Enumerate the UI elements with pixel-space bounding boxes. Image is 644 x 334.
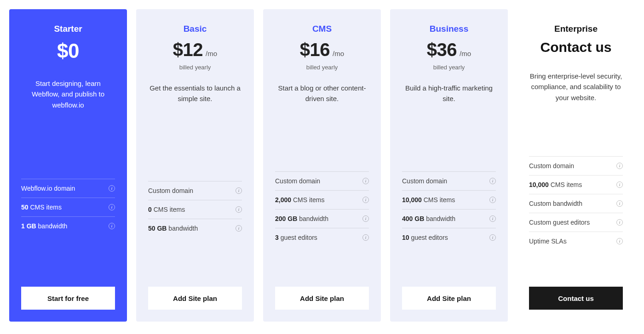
feature-item: Custom bandwidthi	[529, 194, 623, 213]
feature-item: 3 guest editorsi	[275, 228, 369, 247]
plan-header: Enterprise Contact us	[529, 24, 623, 59]
info-icon[interactable]: i	[489, 197, 496, 203]
info-icon[interactable]: i	[109, 185, 115, 192]
contact-us-button[interactable]: Contact us	[529, 287, 623, 310]
feature-item: Custom domaini	[402, 171, 496, 190]
info-icon[interactable]: i	[362, 215, 369, 222]
plan-basic: Basic $12 /mo billed yearly Get the esse…	[136, 9, 254, 322]
plan-enterprise: Enterprise Contact us Bring enterprise-l…	[517, 9, 635, 322]
feature-item: Custom guest editorsi	[529, 213, 623, 232]
plan-business: Business $36 /mo billed yearly Build a h…	[390, 9, 508, 322]
info-icon[interactable]: i	[616, 163, 623, 169]
info-icon[interactable]: i	[489, 178, 496, 184]
add-site-plan-button[interactable]: Add Site plan	[402, 287, 496, 310]
plan-description: Start a blog or other content-driven sit…	[275, 83, 369, 122]
plan-billing: billed yearly	[275, 64, 369, 71]
plan-per-month: /mo	[206, 50, 217, 57]
feature-list: Custom domaini 10,000 CMS itemsi 400 GB …	[402, 171, 496, 247]
feature-item: 2,000 CMS itemsi	[275, 190, 369, 209]
plan-header: CMS $16 /mo billed yearly	[275, 24, 369, 71]
plan-name: CMS	[275, 24, 369, 34]
feature-item: 0 CMS itemsi	[148, 200, 242, 219]
info-icon[interactable]: i	[109, 223, 115, 229]
plan-description: Get the essentials to launch a simple si…	[148, 83, 242, 122]
feature-item: 1 GB bandwidthi	[21, 216, 115, 235]
plan-description: Start designing, learn Webflow, and publ…	[21, 78, 115, 118]
feature-item: 10,000 CMS itemsi	[402, 190, 496, 209]
plans-row: Starter $0 Start designing, learn Webflo…	[9, 9, 635, 322]
plan-price: $36	[427, 40, 457, 60]
plan-name: Enterprise	[529, 24, 623, 34]
info-icon[interactable]: i	[616, 238, 623, 244]
feature-list: Webflow.io domaini 50 CMS itemsi 1 GB ba…	[21, 179, 115, 235]
plan-header: Basic $12 /mo billed yearly	[148, 24, 242, 71]
feature-item: 50 GB bandwidthi	[148, 219, 242, 238]
plan-per-month: /mo	[460, 50, 471, 57]
info-icon[interactable]: i	[362, 178, 369, 184]
info-icon[interactable]: i	[362, 197, 369, 203]
info-icon[interactable]: i	[489, 215, 496, 222]
plan-name: Business	[402, 24, 496, 34]
add-site-plan-button[interactable]: Add Site plan	[148, 287, 242, 310]
plan-contact-label: Contact us	[529, 40, 623, 55]
plan-billing: billed yearly	[148, 64, 242, 71]
plan-per-month: /mo	[333, 50, 344, 57]
feature-item: Uptime SLAsi	[529, 232, 623, 250]
feature-item: Custom domaini	[275, 171, 369, 190]
info-icon[interactable]: i	[236, 187, 242, 194]
info-icon[interactable]: i	[616, 181, 623, 188]
feature-item: 50 CMS itemsi	[21, 198, 115, 216]
add-site-plan-button[interactable]: Add Site plan	[275, 287, 369, 310]
info-icon[interactable]: i	[109, 204, 115, 210]
info-icon[interactable]: i	[616, 200, 623, 207]
plan-header: Starter $0	[21, 24, 115, 66]
start-for-free-button[interactable]: Start for free	[21, 287, 115, 310]
plan-price: $16	[300, 40, 330, 60]
plan-name: Basic	[148, 24, 242, 34]
feature-item: Webflow.io domaini	[21, 179, 115, 198]
feature-list: Custom domaini 2,000 CMS itemsi 200 GB b…	[275, 171, 369, 247]
plan-header: Business $36 /mo billed yearly	[402, 24, 496, 71]
info-icon[interactable]: i	[236, 225, 242, 232]
plan-price: $12	[173, 40, 203, 60]
plan-cms: CMS $16 /mo billed yearly Start a blog o…	[263, 9, 381, 322]
info-icon[interactable]: i	[489, 234, 496, 241]
plan-description: Build a high-traffic marketing site.	[402, 83, 496, 122]
plan-description: Bring enterprise-level security, complia…	[529, 71, 623, 110]
plan-price: $0	[57, 40, 79, 62]
plan-billing: billed yearly	[402, 64, 496, 71]
info-icon[interactable]: i	[362, 234, 369, 241]
feature-item: 200 GB bandwidthi	[275, 209, 369, 228]
feature-item: Custom domaini	[148, 181, 242, 200]
feature-item: 10 guest editorsi	[402, 228, 496, 247]
feature-item: Custom domaini	[529, 156, 623, 175]
feature-item: 10,000 CMS itemsi	[529, 175, 623, 194]
feature-list: Custom domaini 10,000 CMS itemsi Custom …	[529, 156, 623, 250]
info-icon[interactable]: i	[616, 219, 623, 226]
info-icon[interactable]: i	[236, 206, 242, 213]
feature-list: Custom domaini 0 CMS itemsi 50 GB bandwi…	[148, 181, 242, 238]
plan-starter: Starter $0 Start designing, learn Webflo…	[9, 9, 127, 322]
feature-item: 400 GB bandwidthi	[402, 209, 496, 228]
plan-name: Starter	[21, 24, 115, 34]
